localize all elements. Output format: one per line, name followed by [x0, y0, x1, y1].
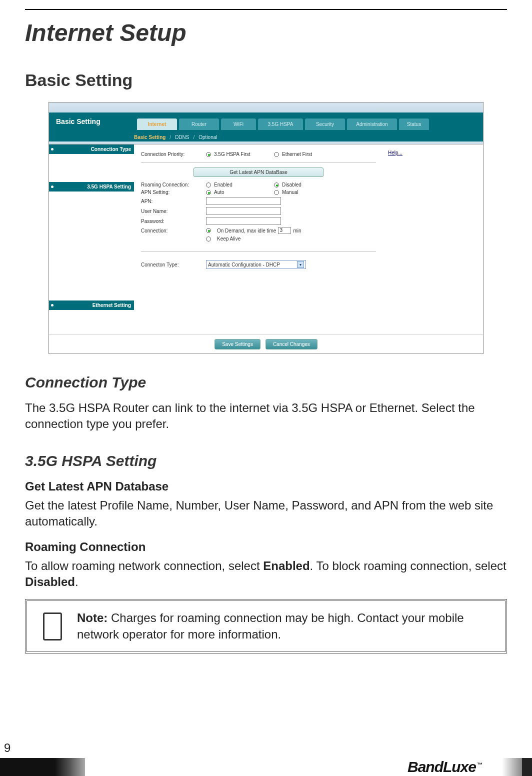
subtab-optional[interactable]: Optional: [198, 134, 217, 140]
radio-roaming-disabled[interactable]: [274, 182, 279, 188]
apn-setting-row: APN Setting: Auto Manual: [141, 190, 376, 195]
username-row: User Name:: [141, 207, 376, 215]
side-gap: [49, 192, 134, 300]
radio-roaming-disabled-label: Disabled: [282, 182, 302, 188]
note-bold-label: Note:: [77, 611, 108, 624]
shot-sidebar: Connection Type 3.5G HSPA Setting Ethern…: [49, 144, 134, 334]
radio-apn-auto-label: Auto: [214, 190, 274, 195]
tab-router[interactable]: Router: [179, 118, 219, 130]
footer-bar: BandLuxe™: [0, 758, 532, 776]
shot-header: Basic Setting Internet Router WiFi 3.5G …: [49, 112, 483, 132]
brand-text: BandLuxe: [408, 758, 476, 775]
radio-ethernet-first-label: Ethernet First: [282, 152, 312, 157]
roaming-row: Roaming Connection: Enabled Disabled: [141, 182, 376, 188]
password-label: Password:: [141, 218, 206, 224]
ondemand-prefix: On Demand, max idle time: [217, 228, 276, 234]
save-settings-button[interactable]: Save Settings: [214, 339, 260, 350]
radio-apn-manual-label: Manual: [282, 190, 298, 195]
para-apn-database: Get the latest Profile Name, Number, Use…: [25, 498, 507, 530]
side-eth-setting-label: Ethernet Setting: [56, 302, 131, 308]
page-footer: 9 BandLuxe™: [0, 741, 532, 776]
help-link[interactable]: Help...: [388, 150, 402, 156]
connection-row: Connection: On Demand, max idle time 3 m…: [141, 227, 376, 234]
radio-hspa-first[interactable]: [206, 152, 211, 157]
side-hspa-setting: 3.5G HSPA Setting: [49, 182, 134, 192]
idle-time-input[interactable]: 3: [278, 227, 291, 234]
shot-header-title: Basic Setting: [49, 112, 134, 132]
footer-segment: [0, 758, 55, 776]
tab-admin[interactable]: Administration: [347, 118, 397, 130]
radio-roaming-enabled[interactable]: [206, 182, 211, 188]
page-number: 9: [4, 741, 10, 755]
radio-roaming-enabled-label: Enabled: [214, 182, 274, 188]
radio-hspa-first-label: 3.5G HSPA First: [214, 152, 274, 157]
shot-tabs: Internet Router WiFi 3.5G HSPA Security …: [134, 112, 483, 132]
ondemand-suffix: min: [293, 228, 301, 234]
shot-body: Connection Type 3.5G HSPA Setting Ethern…: [49, 144, 483, 334]
connection-label: Connection:: [141, 228, 206, 234]
roaming-text-3: .: [75, 575, 78, 588]
brand-logo: BandLuxe™: [408, 758, 482, 776]
apn-input[interactable]: [206, 197, 281, 205]
tab-security[interactable]: Security: [305, 118, 345, 130]
router-screenshot: Basic Setting Internet Router WiFi 3.5G …: [48, 102, 484, 354]
username-label: User Name:: [141, 208, 206, 214]
radio-apn-auto[interactable]: [206, 190, 211, 195]
keepalive-label: Keep Alive: [217, 236, 240, 242]
shot-subtabs: Basic Setting / DDNS / Optional: [49, 132, 483, 142]
roaming-text-1: To allow roaming network connection, sel…: [25, 559, 263, 572]
subtab-sep: /: [193, 134, 194, 140]
heading-roaming: Roaming Connection: [25, 540, 507, 554]
side-eth-setting: Ethernet Setting: [49, 300, 134, 310]
radio-apn-manual[interactable]: [274, 190, 279, 195]
username-input[interactable]: [206, 207, 281, 215]
side-conn-type: Connection Type: [49, 144, 134, 154]
para-connection-type: The 3.5G HSPA Router can link to the int…: [25, 400, 507, 432]
side-gap: [49, 154, 134, 182]
subtab-basic[interactable]: Basic Setting: [134, 134, 166, 140]
get-apn-button[interactable]: Get Latest APN DataBase: [194, 168, 324, 177]
note-body: Charges for roaming connection may be hi…: [77, 611, 464, 640]
apn-row: APN:: [141, 197, 376, 205]
bullet-icon: [51, 186, 54, 188]
heading-apn-database: Get Latest APN Database: [25, 480, 507, 494]
heading-hspa-setting: 3.5G HSPA Setting: [25, 452, 507, 470]
bullet-icon: [51, 304, 54, 306]
roaming-label: Roaming Connection:: [141, 182, 206, 188]
tab-internet[interactable]: Internet: [137, 118, 177, 130]
password-input[interactable]: [206, 217, 281, 225]
shot-footer: Save Settings Cancel Changes: [49, 334, 483, 354]
divider: [141, 252, 376, 252]
section-heading: Basic Setting: [25, 70, 507, 90]
keepalive-row: Keep Alive: [141, 236, 376, 242]
note-icon: [43, 612, 62, 640]
shot-main: Connection Priority: 3.5G HSPA First Eth…: [134, 144, 383, 334]
radio-ondemand[interactable]: [206, 228, 211, 233]
radio-keepalive[interactable]: [206, 236, 211, 242]
tab-hspa[interactable]: 3.5G HSPA: [258, 118, 303, 130]
page-title: Internet Setup: [25, 19, 507, 46]
shot-topbar: [49, 102, 483, 112]
conn-priority-label: Connection Priority:: [141, 152, 206, 157]
chevron-down-icon: ▾: [297, 261, 304, 268]
shot-right-panel: Help...: [383, 144, 483, 334]
password-row: Password:: [141, 217, 376, 225]
footer-segment: [522, 758, 532, 776]
eth-conn-type-select[interactable]: Automatic Configuration - DHCP ▾: [206, 260, 306, 269]
side-hspa-setting-label: 3.5G HSPA Setting: [56, 184, 131, 190]
subtab-ddns[interactable]: DDNS: [175, 134, 189, 140]
eth-conn-type-value: Automatic Configuration - DHCP: [208, 262, 280, 268]
note-box: Note: Charges for roaming connection may…: [25, 599, 507, 654]
para-roaming: To allow roaming network connection, sel…: [25, 558, 507, 590]
cancel-changes-button[interactable]: Cancel Changes: [266, 339, 318, 350]
tab-status[interactable]: Status: [399, 118, 429, 130]
trademark-symbol: ™: [477, 762, 482, 768]
apn-label: APN:: [141, 198, 206, 204]
footer-segment: [502, 758, 522, 776]
footer-segment: [70, 758, 85, 776]
eth-conn-type-row: Connecton Type: Automatic Configuration …: [141, 260, 376, 269]
radio-ethernet-first[interactable]: [274, 152, 279, 157]
tab-wifi[interactable]: WiFi: [221, 118, 256, 130]
heading-connection-type: Connection Type: [25, 374, 507, 391]
conn-priority-row: Connection Priority: 3.5G HSPA First Eth…: [141, 152, 376, 157]
